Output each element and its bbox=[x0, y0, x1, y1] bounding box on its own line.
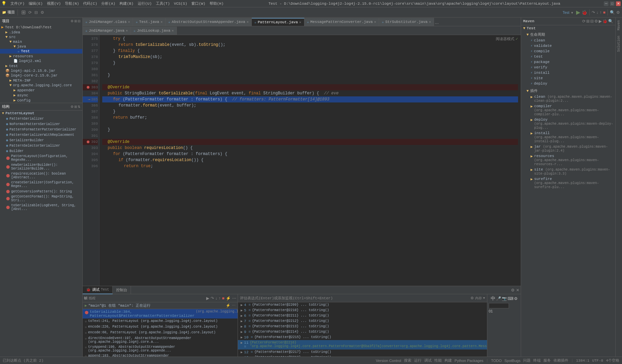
stack-frame-4[interactable]: ○ directEncodeEvent:197, AbstractOutputS… bbox=[83, 336, 238, 344]
expand-btn[interactable]: ⋯ bbox=[232, 303, 236, 308]
maven-collapse-btn[interactable]: ⊟ bbox=[590, 19, 594, 24]
structure-member-14[interactable]: ⬤ toSerializable(LogEvent, String, [Abst… bbox=[0, 203, 82, 212]
maven-lifecycle-site[interactable]: ⚡ site bbox=[521, 75, 615, 81]
maximize-button[interactable]: □ bbox=[610, 1, 615, 6]
tree-item-core-jar[interactable]: 📦 log4j-core-2.15.0.jar bbox=[0, 73, 82, 78]
input-btn-camera[interactable]: 📷 bbox=[502, 296, 507, 302]
code-editor[interactable]: try { return toSerializable(event, sb).t… bbox=[100, 35, 521, 286]
status-spotbugs-btn[interactable]: SpotBugs bbox=[504, 359, 520, 363]
status-search-btn[interactable]: 搜索 bbox=[404, 358, 411, 363]
menu-edit[interactable]: 编辑(E) bbox=[27, 1, 44, 6]
run-config-selector[interactable]: Test ▼ bbox=[562, 10, 575, 15]
tree-item-test[interactable]: ▶ test bbox=[0, 63, 82, 68]
status-problems-btn[interactable]: 问题 bbox=[523, 358, 531, 363]
maven-lifecycle-install[interactable]: ⚡ install bbox=[521, 70, 615, 75]
vert-tab-maven[interactable]: Maven bbox=[616, 18, 621, 33]
settings-button[interactable]: ⚙ bbox=[616, 10, 620, 15]
debug-step-in-btn[interactable]: ↓ bbox=[215, 296, 217, 301]
more-tabs-btn[interactable]: ⋯ bbox=[435, 21, 439, 26]
debug-resume-btn[interactable]: ▶ bbox=[206, 296, 209, 301]
structure-expand-btn[interactable]: ⊞ bbox=[74, 105, 77, 109]
structure-member-2[interactable]: ◉ NoFormatPatternSerializer bbox=[0, 121, 82, 127]
structure-member-3[interactable]: ◉ PatternFormatterPatternSerializer bbox=[0, 127, 82, 132]
tab-close-btn3[interactable]: ✕ bbox=[247, 20, 249, 24]
stack-frame-3[interactable]: ○ encode:60, PatternLayout (org.apache.l… bbox=[83, 330, 238, 336]
minimize-button[interactable]: ─ bbox=[604, 1, 609, 6]
maven-search-btn[interactable]: 🔍 bbox=[608, 19, 613, 24]
status-todo-btn[interactable]: TODO bbox=[491, 359, 502, 363]
vert-tab-solution[interactable]: Solution bbox=[616, 33, 621, 55]
tree-item-java[interactable]: ▼ java bbox=[0, 44, 82, 49]
debug-button[interactable]: 🐞 bbox=[582, 10, 587, 15]
status-python-btn[interactable]: Python Packages bbox=[455, 359, 484, 363]
status-services-btn[interactable]: 服务 bbox=[543, 358, 551, 363]
tree-item-config[interactable]: ▶ config bbox=[0, 98, 82, 103]
structure-member-4[interactable]: ◉ PatternSerializerWithReplacement bbox=[0, 132, 82, 138]
tab-close-btn8[interactable]: ✕ bbox=[172, 29, 174, 33]
debug-filter-btn[interactable]: ⚡ bbox=[226, 296, 231, 301]
var-item-13[interactable]: ▶ 13 = {PatternFormatter@2218} ... toStr… bbox=[238, 355, 487, 357]
stack-frame-0[interactable]: ⬤ toSerializable:384, PatternLayout$Patt… bbox=[83, 309, 238, 318]
structure-member-10[interactable]: ⬤ requiresLocation(): boolean [Abstract.… bbox=[0, 171, 82, 180]
debug-step-out-btn[interactable]: ↑ bbox=[219, 296, 221, 301]
tab-close-btn[interactable]: ✕ bbox=[128, 20, 130, 24]
maven-run-btn[interactable]: ▶ bbox=[599, 19, 602, 24]
frames-tab[interactable]: 帧 bbox=[84, 296, 87, 301]
var-item-12[interactable]: ▶ 12 = {PatternFormatter@2217} ... toStr… bbox=[238, 350, 487, 355]
structure-member-6[interactable]: ◉ PatternSelectorSerializer bbox=[0, 143, 82, 148]
close-button[interactable]: ✕ bbox=[616, 1, 621, 6]
step-out-button[interactable]: ↑ bbox=[600, 10, 602, 15]
menu-file[interactable]: 文件(F) bbox=[9, 1, 26, 6]
tree-item-appender[interactable]: ▶ appender bbox=[0, 88, 82, 93]
tab-test-java[interactable]: ☕ Test.java ✕ bbox=[133, 18, 165, 26]
tree-item-main[interactable]: ▼ main bbox=[0, 39, 82, 44]
bottom-close-btn[interactable]: ✕ bbox=[516, 288, 519, 293]
status-debug-btn[interactable]: 调试 bbox=[424, 358, 432, 363]
menu-window[interactable]: 窗口(W) bbox=[190, 1, 207, 6]
debug-step-over-btn[interactable]: ↷ bbox=[211, 296, 214, 301]
menu-run[interactable]: 运行(U) bbox=[136, 1, 153, 6]
tab-close-btn5[interactable]: ✕ bbox=[374, 20, 376, 24]
status-build-btn[interactable]: 构建 bbox=[444, 358, 452, 363]
tree-item-async[interactable]: ▶ async bbox=[0, 93, 82, 98]
run-button[interactable]: ▶ bbox=[576, 9, 580, 16]
structure-member-8[interactable]: ⬤ PatternLayout(Configuration, RegexRe..… bbox=[0, 154, 82, 162]
tree-item-resources[interactable]: ▶ resources bbox=[0, 54, 82, 59]
tree-collapse-btn[interactable]: ⊟ bbox=[78, 19, 80, 23]
stack-frame-5[interactable]: ○ tryAppend:190, AbstractOutputStreamApp… bbox=[83, 344, 238, 353]
structure-member-13[interactable]: ⬤ getContentFormat(): Map<String, Stri..… bbox=[0, 194, 82, 203]
maven-lifecycle-package[interactable]: ⚡ package bbox=[521, 59, 615, 65]
tree-item-api-jar[interactable]: 📦 log4j-api-2.15.0.jar bbox=[0, 68, 82, 73]
tab-close-btn6[interactable]: ✕ bbox=[429, 20, 431, 24]
maven-project-root[interactable]: ▼ Test bbox=[521, 25, 615, 31]
tab-close-btn7[interactable]: ✕ bbox=[126, 29, 128, 33]
threads-tab[interactable]: 线程 bbox=[89, 296, 96, 301]
maven-lifecycle-verify[interactable]: ⚡ verify bbox=[521, 65, 615, 70]
maven-settings-btn[interactable]: ⚙ bbox=[594, 19, 598, 24]
stack-frame-6[interactable]: ○ append:183, AbstractOutputStreamAppend… bbox=[83, 353, 238, 357]
var-item-6[interactable]: ▶ 6 = {PatternFormatter@2211} ... toStri… bbox=[238, 313, 487, 318]
maven-debug-btn[interactable]: 🐞 bbox=[602, 19, 607, 24]
reader-mode-button[interactable]: 阅读器模式 bbox=[496, 36, 514, 41]
var-item-9[interactable]: ▶ 9 = {PatternFormatter@2214} ... toStri… bbox=[238, 329, 487, 335]
maven-plugins-header[interactable]: ▼ 插件 bbox=[521, 88, 615, 94]
structure-member-7[interactable]: ◉ Builder bbox=[0, 148, 82, 154]
settings-icon[interactable]: ⚙ bbox=[40, 10, 45, 15]
maven-lifecycle-test[interactable]: ⚡ test bbox=[521, 54, 615, 59]
input-btn-chinese[interactable]: 中 bbox=[491, 296, 495, 302]
structure-icon[interactable]: ⊞ bbox=[21, 9, 26, 16]
stack-frame-2[interactable]: ○ encode:226, PatternLayout (org.apache.… bbox=[83, 324, 238, 330]
tab-jndilookup-java[interactable]: ☕ JndiLookup.java ✕ bbox=[131, 27, 177, 35]
structure-member-12[interactable]: ⬤ getConversionPattern(): String bbox=[0, 189, 82, 194]
menu-help[interactable]: 帮助(H) bbox=[208, 1, 225, 6]
tab-close-btn2[interactable]: ✕ bbox=[161, 20, 163, 24]
tab-jndimanager-java[interactable]: ☕ JndiManager.java ✕ bbox=[83, 27, 131, 35]
status-vcs-btn[interactable]: Version Control bbox=[376, 359, 401, 363]
tree-item-src[interactable]: ▼ src bbox=[0, 35, 82, 39]
maven-plugin-compiler[interactable]: ▶ compiler (org.apache.maven.plugins:mav… bbox=[521, 103, 615, 117]
tree-item-idea[interactable]: ▶ .idea bbox=[0, 30, 82, 35]
bottom-settings-btn[interactable]: ⚙ bbox=[511, 288, 515, 293]
status-profile-btn[interactable]: 性能 bbox=[434, 358, 442, 363]
maven-lifecycle-header[interactable]: ▼ 生命周期 bbox=[521, 31, 615, 38]
sync-icon[interactable]: ⟳ bbox=[28, 10, 32, 15]
